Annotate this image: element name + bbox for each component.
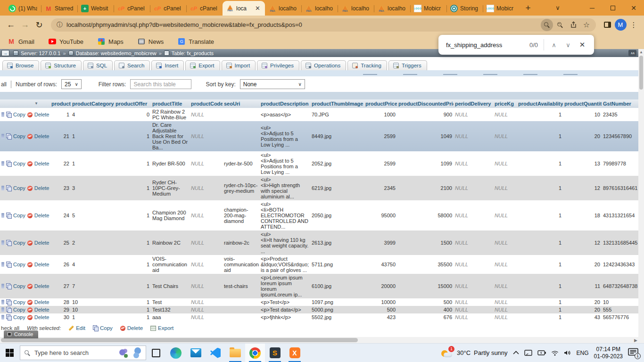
browser-tab-2[interactable]: Websit	[77, 1, 114, 16]
browser-menu-icon[interactable]: ⋮	[627, 18, 640, 32]
row-copy-link[interactable]: Copy	[13, 299, 25, 305]
horizontal-scrollbar[interactable]: ▶	[0, 337, 644, 343]
row-delete-link[interactable]: Delete	[34, 185, 50, 191]
cell-periodDelivery[interactable]: NULL	[454, 108, 493, 121]
browser-tab-10[interactable]: PMAlocalho	[374, 1, 410, 16]
cell-periodDelivery[interactable]: NULL	[454, 176, 493, 200]
cell-productCode[interactable]: NULL	[190, 176, 223, 200]
cell-priceKg[interactable]: NULL	[493, 151, 517, 176]
cell-productTitle[interactable]: Test	[151, 298, 190, 306]
column-header-productPrice[interactable]: productPrice	[364, 99, 397, 108]
row-delete-link[interactable]: Delete	[34, 262, 50, 267]
edit-selected-button[interactable]: Edit	[68, 325, 85, 331]
row-delete-link[interactable]: Delete	[34, 213, 50, 218]
new-tab-button[interactable]: +	[522, 2, 534, 14]
browser-tab-8[interactable]: PMAlocalho	[301, 1, 338, 16]
tab-search-chevron-icon[interactable]: ∨	[551, 4, 565, 11]
cell-productDiscountedPrice[interactable]: 500	[397, 298, 454, 306]
cell-productDescription[interactable]: <ul> <li>Adjust to 5 Positions from a Lo…	[259, 121, 310, 151]
cell-productDescription[interactable]: <p>Product &ldquo;VOIS&rdquo; is a pair …	[259, 255, 310, 274]
cell-productQuantity[interactable]: 12	[563, 230, 602, 255]
cell-productCode[interactable]: NULL	[190, 121, 223, 151]
cell-priceKg[interactable]: NULL	[493, 121, 517, 151]
cell-priceKg[interactable]: NULL	[493, 313, 517, 321]
pma-tab-import[interactable]: Import	[222, 60, 256, 70]
row-copy-link[interactable]: Copy	[13, 112, 25, 117]
row-copy-link[interactable]: Copy	[13, 283, 25, 289]
browser-tab-1[interactable]: MStarred	[41, 1, 77, 16]
cell-GstNumber[interactable]: 897616316461	[602, 176, 644, 200]
cell-productOffer[interactable]: 1	[114, 200, 151, 230]
cell-productDiscountedPrice[interactable]: 1500	[397, 230, 454, 255]
row-copy-link[interactable]: Copy	[13, 185, 25, 191]
cell-seoUri[interactable]: test-chairs	[223, 274, 259, 298]
row-delete-link[interactable]: Delete	[34, 314, 50, 320]
cell-productCategory[interactable]: 2	[71, 230, 114, 255]
zoom-icon[interactable]	[553, 18, 567, 32]
cell-productOffer[interactable]: 1	[114, 313, 151, 321]
cell-productTitle[interactable]: aaa	[151, 313, 190, 321]
cell-productQuantity[interactable]: 43	[563, 313, 602, 321]
browser-tab-11[interactable]: LOGOMobicr	[410, 1, 446, 16]
cell-productDescription[interactable]: <p>Test</p>	[259, 298, 310, 306]
cell-productQuantity[interactable]: 20	[563, 255, 602, 274]
cell-productThumbImage[interactable]: 8449.jpg	[310, 121, 364, 151]
row-options-chevron-icon[interactable]: ▼	[34, 101, 38, 107]
browser-tab-12[interactable]: Storing	[446, 1, 483, 16]
cell-periodDelivery[interactable]: NULL	[454, 151, 493, 176]
cell-productThumbImage[interactable]: 2052.jpg	[310, 151, 364, 176]
cell-productQuantity[interactable]: 18	[563, 200, 602, 230]
back-button[interactable]: ←	[4, 18, 18, 32]
cell-productQuantity[interactable]: 12	[563, 176, 602, 200]
pma-tab-operations[interactable]: Operations	[301, 60, 346, 70]
cell-productCode[interactable]: NULL	[190, 306, 223, 313]
cell-productAvailablity[interactable]: 1	[517, 255, 563, 274]
cell-productDiscountedPrice[interactable]: 400	[397, 306, 454, 313]
cell-productOffer[interactable]: 1	[114, 274, 151, 298]
site-info-icon[interactable]: ⓘ	[57, 21, 63, 29]
column-header-productDescription[interactable]: productDescription	[259, 99, 310, 108]
battery-icon[interactable]	[537, 350, 546, 355]
cell-priceKg[interactable]: NULL	[493, 255, 517, 274]
cell-productID[interactable]: 1	[50, 108, 71, 121]
show-all-partial-label[interactable]: all	[1, 81, 7, 88]
cell-priceKg[interactable]: NULL	[493, 274, 517, 298]
cell-productPrice[interactable]: 95000	[364, 200, 397, 230]
cell-seoUri[interactable]: ryder-ch-10pc-grey-medium	[223, 176, 259, 200]
column-header-GstNumber[interactable]: GstNumber	[602, 99, 644, 108]
cell-seoUri[interactable]: rainbow-2c	[223, 230, 259, 255]
horizontal-scroll-thumb[interactable]	[1, 338, 358, 342]
cell-GstNumber[interactable]: 23435	[602, 108, 644, 121]
row-copy-link[interactable]: Copy	[13, 262, 25, 267]
scroll-up-arrow-icon[interactable]: ▲	[638, 49, 644, 54]
cell-GstNumber[interactable]: 79989778	[602, 151, 644, 176]
bookmark-translate[interactable]: GTranslate	[178, 38, 214, 45]
row-copy-link[interactable]: Copy	[13, 240, 25, 246]
cell-productDescription[interactable]: <p>Loreum ipsum loreum ipsum loreum ipsu…	[259, 274, 310, 298]
open-nav-panel-icon[interactable]: →	[1, 50, 9, 56]
scroll-top-button[interactable]: ∧∧	[628, 50, 636, 56]
cell-priceKg[interactable]: NULL	[493, 200, 517, 230]
cell-seoUri[interactable]: ryder-br-500	[223, 151, 259, 176]
column-header-productCode[interactable]: productCode	[190, 99, 223, 108]
vertical-scroll-thumb[interactable]	[639, 56, 643, 90]
edge-app-button[interactable]	[166, 344, 186, 362]
cell-productCategory[interactable]: 4	[71, 255, 114, 274]
cell-productCode[interactable]: NULL	[190, 313, 223, 321]
cell-productTitle[interactable]: VOIS-communication aid	[151, 255, 190, 274]
cell-periodDelivery[interactable]: NULL	[454, 200, 493, 230]
cell-GstNumber[interactable]: 565776776	[602, 313, 644, 321]
cell-periodDelivery[interactable]: NULL	[454, 274, 493, 298]
cell-GstNumber[interactable]: 12423436343	[602, 255, 644, 274]
cell-productOffer[interactable]: 1	[114, 176, 151, 200]
address-bar[interactable]: ⓘ localhost/phpmyadmin/sql.php?db=websit…	[51, 18, 596, 32]
column-header-priceKg[interactable]: priceKg	[493, 99, 517, 108]
cell-productTitle[interactable]: Test132	[151, 306, 190, 313]
cell-productAvailablity[interactable]: 1	[517, 121, 563, 151]
row-delete-link[interactable]: Delete	[34, 283, 50, 289]
row-copy-link[interactable]: Copy	[13, 307, 25, 313]
cell-productDescription[interactable]: <ul> <li>It having 110 kg seat weight ca…	[259, 230, 310, 255]
reload-button[interactable]: ↻	[32, 18, 46, 32]
pma-tab-triggers[interactable]: Triggers	[388, 60, 427, 70]
delete-selected-button[interactable]: Delete	[120, 325, 143, 331]
